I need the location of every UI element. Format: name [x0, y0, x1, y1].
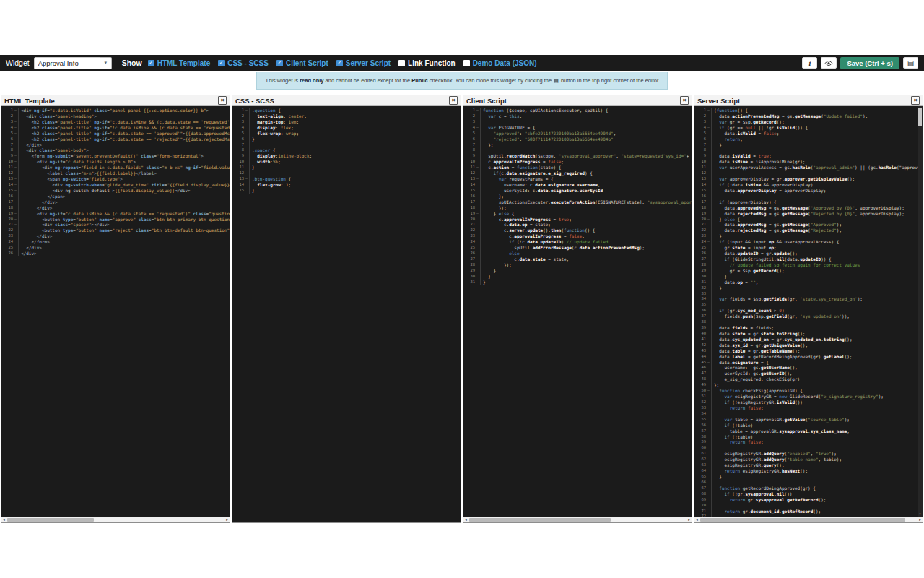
code-editor-server-script[interactable]: 1–(function() {2 data.actionPreventedMsg… [694, 106, 923, 517]
code-line[interactable]: 8 [694, 147, 923, 153]
code-line[interactable]: 16 </span> [1, 194, 230, 199]
code-line[interactable]: 1–function ($scope, spUIActionsExecuter,… [463, 108, 692, 113]
code-line[interactable]: 2– <div class="panel-heading"> [1, 113, 230, 119]
code-line[interactable]: 8 [463, 147, 692, 153]
code-line[interactable]: 33 [694, 291, 923, 297]
code-line[interactable]: 10– <div ng-if="c.data.fields.length > 0… [1, 159, 230, 165]
checkbox-html-template[interactable]: ✓HTML Template [148, 59, 211, 67]
code-line[interactable]: 41 data.sys_updated_on = gr.sys_updated_… [694, 337, 923, 342]
checkbox-box-demo-data-json[interactable] [463, 60, 470, 66]
checkbox-box-server-script[interactable]: ✓ [336, 60, 343, 66]
code-line[interactable]: 45– data.esignature = { [694, 360, 923, 366]
code-line[interactable]: 10 c.approvalInProgress = false; [463, 159, 692, 165]
code-line[interactable]: 12 [232, 171, 461, 176]
fold-marker[interactable]: – [13, 113, 19, 119]
code-line[interactable]: 29 gr = $sp.getRecord(); [694, 268, 923, 274]
code-line[interactable]: 17– if (approverDisplay) { [694, 199, 923, 205]
code-line[interactable]: 58 if (!table) [694, 434, 923, 440]
code-line[interactable]: 22– c.server.update().then(function() { [463, 228, 692, 233]
code-line[interactable]: 20– <button type="button" name="approve"… [1, 217, 230, 223]
code-line[interactable]: 8–.spacer { [232, 147, 461, 153]
code-line[interactable]: 5 flex-wrap: wrap; [232, 131, 461, 137]
code-line[interactable]: 67– function getRecordBeingApproved(gr) … [694, 486, 923, 491]
code-line[interactable]: 28 }); [463, 262, 692, 268]
code-line[interactable]: 48 e_sig_required: checkESig(gr) [694, 376, 923, 382]
code-line[interactable]: 25 spUtil.addErrorMessage(c.data.actionP… [463, 245, 692, 251]
code-line[interactable]: 9 spUtil.recordWatch($scope, "sysapprova… [463, 153, 692, 159]
code-line[interactable]: 21 data.approvedMsg = gs.getMessage("App… [694, 222, 923, 228]
code-line[interactable]: 35 [694, 302, 923, 308]
code-line[interactable]: 54 [694, 411, 923, 417]
fold-marker[interactable]: – [13, 137, 19, 142]
code-line[interactable]: 10 width:5%; [232, 159, 461, 165]
code-line[interactable]: 53 return false; [694, 405, 923, 411]
code-line[interactable]: 17 spUIActionsExecuter.executeFormAction… [463, 199, 692, 205]
checkbox-demo-data-json[interactable]: Demo Data (JSON) [463, 59, 537, 67]
fold-marker[interactable]: – [244, 108, 250, 113]
code-line[interactable]: 50– function checkESig(approvalGR) { [694, 388, 923, 394]
code-line[interactable]: 61 esigRegistryGR.addQuery("enabled", "t… [694, 451, 923, 457]
checkbox-client-script[interactable]: ✓Client Script [276, 59, 328, 67]
code-line[interactable]: 56 if (!table) [694, 423, 923, 428]
checkbox-link-function[interactable]: Link Function [398, 59, 456, 67]
code-line[interactable]: 4– <h2 class="panel-title" ng-if="!c.dat… [1, 125, 230, 131]
fold-marker[interactable]: – [13, 147, 19, 153]
code-line[interactable]: 5 data.isValid = false; [694, 131, 923, 137]
code-line[interactable]: 3– <h2 class="panel-title" ng-if="c.data… [1, 119, 230, 125]
code-line[interactable]: 12– <label class="m-n">{{field.label}}</… [1, 171, 230, 176]
fold-marker[interactable]: – [475, 176, 481, 182]
code-line[interactable]: 16 }; [463, 194, 692, 199]
code-line[interactable]: 7 } [694, 142, 923, 148]
scroll-left-arrow[interactable]: ◂ [694, 517, 699, 522]
code-line[interactable]: 49}; [694, 382, 923, 388]
fold-marker[interactable]: – [13, 125, 19, 131]
fold-marker[interactable]: – [706, 388, 712, 394]
code-line[interactable]: 6 return; [694, 137, 923, 142]
code-line[interactable]: 43 data.table = gr.getTableName(); [694, 348, 923, 354]
widget-dropdown-button[interactable]: ▾ [100, 57, 112, 69]
code-line[interactable]: 20– } else { [694, 217, 923, 223]
code-line[interactable]: 23 </div> [1, 233, 230, 239]
fold-marker[interactable]: – [706, 256, 712, 262]
menu-button[interactable]: ▤ [903, 57, 918, 69]
code-line[interactable]: 59 return false; [694, 439, 923, 445]
code-line[interactable]: 13– var requestParams = { [463, 176, 692, 182]
code-line[interactable]: 51 var esigRegistryGR = new GlideRecord(… [694, 394, 923, 400]
horizontal-scrollbar[interactable]: ◂▸ [694, 517, 923, 522]
code-line[interactable]: 25 </div> [1, 245, 230, 251]
code-line[interactable]: 6} [232, 137, 461, 142]
code-line[interactable]: 19– <div ng-if="c.data.isMine && (c.data… [1, 211, 230, 217]
code-line[interactable]: 23 c.approvalInProgress = false; [463, 233, 692, 239]
code-editor-css-scss[interactable]: 1–.question {2 text-align: center;3 marg… [232, 106, 461, 522]
code-line[interactable]: 2 var c = this; [463, 113, 692, 119]
code-line[interactable]: 40 data.state = gr.state.toString(); [694, 331, 923, 337]
code-line[interactable]: 5 "approved": "cbfe291147220100ba13a5554… [463, 131, 692, 137]
save-button[interactable]: Save (Ctrl + s) [840, 57, 899, 69]
code-line[interactable]: 1–<div ng-if="c.data.isValid" class="pan… [1, 108, 230, 113]
code-line[interactable]: 32 } [694, 285, 923, 291]
code-line[interactable]: 22 data.rejectedMsg = gs.getMessage("Rej… [694, 228, 923, 233]
code-line[interactable]: 26 else [463, 251, 692, 256]
code-line[interactable]: 18 }); [463, 205, 692, 211]
code-line[interactable]: 4– if (gr == null || !gr.isValid()) { [694, 125, 923, 131]
code-line[interactable]: 9 data.isValid = true; [694, 153, 923, 159]
code-line[interactable]: 25 gr.state = input.op; [694, 245, 923, 251]
fold-marker[interactable]: – [13, 222, 19, 228]
code-line[interactable]: 11 var userApprovalAccess = gs.hasRole("… [694, 165, 923, 171]
fold-marker[interactable]: – [706, 360, 712, 366]
code-line[interactable]: 7 }; [463, 142, 692, 148]
code-line[interactable]: 70 [694, 503, 923, 509]
code-line[interactable]: 47 userSysId: gs.getUserID(), [694, 371, 923, 376]
code-line[interactable]: 7 </div> [1, 142, 230, 148]
code-line[interactable]: 29 } [463, 268, 692, 274]
code-line[interactable]: 24– if (input && input.op && userApprova… [694, 239, 923, 245]
code-line[interactable]: 14 if (!data.isMine && approverDisplay) [694, 182, 923, 188]
code-line[interactable]: 1–(function() { [694, 108, 923, 113]
code-line[interactable]: 34 var fields = $sp.getFields(gr, 'state… [694, 296, 923, 302]
code-line[interactable]: 44 data.label = getRecordBeingApproved(g… [694, 354, 923, 360]
code-line[interactable]: 21 c.data.op = state; [463, 222, 692, 228]
code-line[interactable]: 26 data.updateID = gr.update(); [694, 251, 923, 256]
scroll-left-arrow[interactable]: ◂ [463, 517, 468, 522]
code-line[interactable]: 46 username: gs.getUserName(), [694, 365, 923, 371]
code-line[interactable]: 11– c.action = function(state) { [463, 165, 692, 171]
